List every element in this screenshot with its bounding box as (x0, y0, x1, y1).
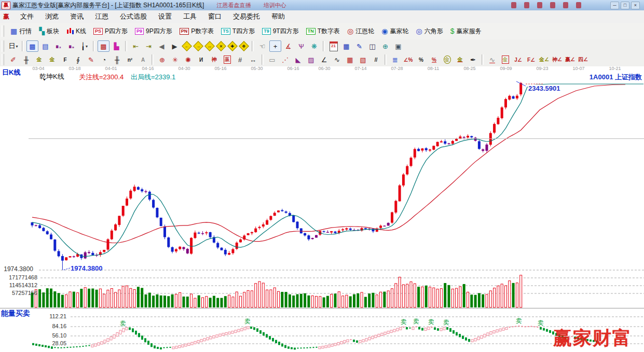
titlebar-link-training[interactable]: 培训中心 (263, 2, 286, 9)
tool-江恩轮[interactable]: ◎江恩轮 (344, 25, 378, 37)
draw-pencil-icon[interactable]: ✐ (7, 54, 19, 65)
menu-item-帮助[interactable]: 帮助 (266, 12, 291, 21)
diamond-right-icon[interactable]: → (193, 41, 203, 51)
rays-fan-icon[interactable]: ⋰ (279, 54, 291, 65)
minimize-button[interactable]: ─ (610, 2, 619, 9)
f-angle-icon[interactable]: F∠ (525, 54, 537, 65)
fibo-f-icon[interactable]: F (59, 54, 71, 65)
bars-3-icon[interactable]: ∎₃ (52, 40, 64, 52)
gold-box-red-icon[interactable]: 金 (499, 54, 511, 65)
menu-item-交易委托[interactable]: 交易委托 (227, 12, 266, 21)
gann-grid-red-icon[interactable]: ▩ (98, 40, 109, 52)
nav-prev-icon[interactable]: ◀ (156, 40, 168, 52)
n-square-icon[interactable]: n² (124, 54, 136, 65)
diamond-left-icon[interactable]: ← (182, 41, 192, 51)
ying-tool-icon[interactable]: 赢 (221, 54, 233, 65)
tool-T四方形[interactable]: TST四方形 (217, 25, 258, 37)
tool-板块[interactable]: ▚板块 (35, 25, 63, 37)
gann-web-icon[interactable]: ✺ (182, 54, 194, 65)
indicator-label[interactable]: 能量买卖 (1, 309, 30, 318)
menu-item-资讯[interactable]: 资讯 (64, 12, 89, 21)
calendar-icon[interactable]: 21 (327, 40, 339, 52)
hatch-123-icon[interactable]: # (234, 54, 246, 65)
tool-六角形[interactable]: ◎六角形 (412, 25, 446, 37)
period-day-selector-icon[interactable]: 日▾ (7, 40, 19, 52)
grid-arrow-icon[interactable]: ▧ (357, 54, 369, 65)
tool-T数字表[interactable]: TNT数字表 (303, 25, 344, 37)
zigzag-icon[interactable]: ∿ (331, 54, 343, 65)
tool-9P四方形[interactable]: P99P四方形 (131, 25, 176, 37)
menu-item-江恩[interactable]: 江恩 (89, 12, 114, 21)
candle-style-icon[interactable]: ╽▾ (78, 40, 90, 52)
info-list-icon[interactable]: ▤ (39, 40, 51, 52)
ray-box-icon[interactable]: ◣ (292, 54, 304, 65)
volume-profile-icon[interactable]: ▙ (111, 40, 122, 52)
diamond-horiz-icon[interactable]: ↔ (204, 41, 215, 51)
hatch-lines-icon[interactable]: ╫ (20, 54, 32, 65)
nav-first-icon[interactable]: ⇤ (130, 40, 142, 52)
percent-icon[interactable]: % (415, 54, 427, 65)
text-lines-icon[interactable]: A (137, 54, 149, 65)
si-angle-icon[interactable]: 四∠ (577, 54, 589, 65)
gold-ratio-b-icon[interactable]: 金 (46, 54, 58, 65)
j-angle-icon[interactable]: J∠ (512, 54, 524, 65)
diamond-move-icon[interactable]: ✥ (239, 41, 249, 51)
menu-item-工具[interactable]: 工具 (177, 12, 202, 21)
menu-item-设置[interactable]: 设置 (153, 12, 177, 21)
tool-行情[interactable]: ▦行情 (7, 25, 35, 37)
kline-type-dropdown-arrow[interactable]: ▼ (43, 78, 46, 81)
angle-lines-icon[interactable]: ∠ (318, 54, 330, 65)
ying-angle-icon[interactable]: 赢∠ (564, 54, 576, 65)
kline-canvas[interactable] (0, 66, 644, 352)
tool-赢家轮[interactable]: ◉赢家轮 (378, 25, 412, 37)
tool-9T四方形[interactable]: T99T四方形 (258, 25, 303, 37)
maximize-button[interactable]: □ (621, 2, 629, 9)
angle-percent-icon[interactable]: ∠% (402, 54, 414, 65)
gold-circle-icon[interactable]: 金 (441, 54, 453, 65)
tool-P数字表[interactable]: PNP数字表 (176, 25, 218, 37)
titlebar-badge-6[interactable] (576, 2, 581, 8)
titlebar-badge-4[interactable] (550, 2, 555, 8)
shen-tool-icon[interactable]: 神 (208, 54, 220, 65)
box-tool-icon[interactable]: ▭ (266, 54, 278, 65)
diamond-cross-icon[interactable]: ✕ (216, 41, 226, 51)
width-measure-icon[interactable]: ↔ (247, 54, 259, 65)
shen-angle-icon[interactable]: 神∠ (551, 54, 563, 65)
spiral-5-icon[interactable]: ∮ (72, 54, 84, 65)
tool-P四方形[interactable]: PSP四方形 (90, 25, 131, 37)
save-icon[interactable]: ◫ (366, 40, 378, 52)
calculator-icon[interactable]: ▦ (340, 40, 352, 52)
titlebar-badge-3[interactable] (537, 2, 542, 8)
nav-last-icon[interactable]: ⇥ (143, 40, 155, 52)
chip-distribution-icon[interactable]: ▩ (26, 40, 38, 52)
menu-item-文件[interactable]: 文件 (15, 12, 39, 21)
bars-9-icon[interactable]: ∎₉ (65, 40, 77, 52)
angle-tool-icon[interactable]: ∡ (282, 40, 294, 52)
nav-next-icon[interactable]: ▶ (169, 40, 181, 52)
crosshair-tool-icon[interactable]: + (269, 40, 281, 52)
menu-item-公式选股[interactable]: 公式选股 (114, 12, 153, 21)
draw-pencil-2-icon[interactable]: ✎ (85, 54, 97, 65)
percent-line-icon[interactable]: % (428, 54, 440, 65)
menu-item-窗口[interactable]: 窗口 (202, 12, 227, 21)
gold-angle-icon[interactable]: 金∠ (538, 54, 550, 65)
slant-lines-icon[interactable]: // (370, 54, 382, 65)
gann-net-icon[interactable]: Ѱ (295, 40, 307, 52)
tool-K线[interactable]: K线 (63, 25, 90, 37)
web-export-icon[interactable]: ⊕ (379, 40, 391, 52)
menu-item-浏览[interactable]: 浏览 (39, 12, 64, 21)
titlebar-link-live[interactable]: 江恩看盘直播 (216, 2, 251, 9)
bars-ladder-icon[interactable]: ≣ (389, 54, 401, 65)
gold-line-icon[interactable]: 金 (454, 54, 466, 65)
target-circle-icon[interactable]: ⊕ (156, 54, 168, 65)
n-quote-icon[interactable]: И (195, 54, 207, 65)
workstation-icon[interactable]: ▣ (392, 40, 404, 52)
panel-label-daily-kline[interactable]: 日K线 (2, 68, 20, 77)
time-circle-icon[interactable]: ◔ (98, 54, 110, 65)
wave-flower-icon[interactable]: ❋ (308, 40, 320, 52)
tool-赢家服务[interactable]: $赢家服务 (447, 25, 485, 37)
wave-red-line-icon[interactable]: ∿ (486, 54, 498, 65)
hatch-plain-icon[interactable]: ╫ (111, 54, 123, 65)
diamond-plus-icon[interactable]: ✚ (227, 41, 238, 51)
gold-ratio-a-icon[interactable]: 金 (33, 54, 45, 65)
